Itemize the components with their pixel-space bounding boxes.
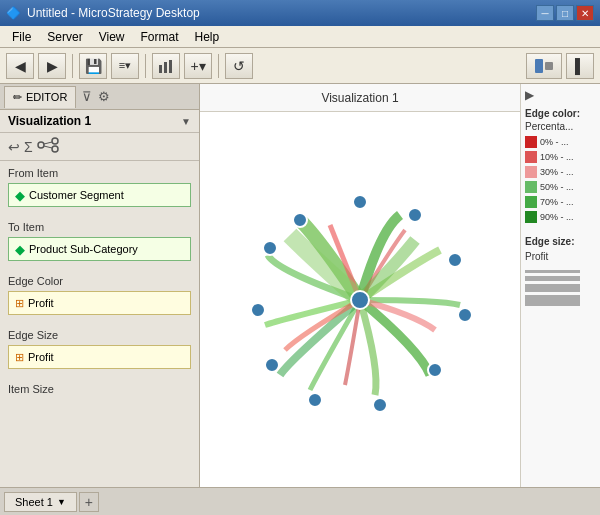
svg-point-18 xyxy=(265,358,279,372)
menu-bar: File Server View Format Help xyxy=(0,26,600,48)
viz-header: Visualization 1 xyxy=(200,84,520,112)
legend-label-0: 0% - ... xyxy=(540,137,569,147)
svg-point-20 xyxy=(263,241,277,255)
legend-item-1: 10% - ... xyxy=(525,151,596,163)
panel-controls: Visualization 1 ▼ xyxy=(0,110,199,133)
to-item-section: To Item ◆ Product Sub-Category xyxy=(0,215,199,269)
metric-icon: ⊞ xyxy=(15,297,24,310)
menu-file[interactable]: File xyxy=(4,28,39,46)
size-bars xyxy=(525,270,596,309)
svg-point-16 xyxy=(373,398,387,412)
svg-rect-1 xyxy=(164,62,167,73)
toolbar-separator-1 xyxy=(72,54,73,78)
network-icon xyxy=(37,137,59,153)
edge-size-label: Edge Size xyxy=(8,329,191,341)
menu-server[interactable]: Server xyxy=(39,28,90,46)
edge-color-field[interactable]: ⊞ Profit xyxy=(8,291,191,315)
refresh-button[interactable]: ↺ xyxy=(225,53,253,79)
minimize-button[interactable]: ─ xyxy=(536,5,554,21)
settings-icon[interactable]: ⚙ xyxy=(98,89,110,104)
svg-point-14 xyxy=(458,308,472,322)
legend-color-5 xyxy=(525,211,537,223)
edge-size-field[interactable]: ⊞ Profit xyxy=(8,345,191,369)
extra-button-2[interactable]: ▌ xyxy=(566,53,594,79)
panel-title: Visualization 1 xyxy=(8,114,91,128)
network-visualization xyxy=(220,160,500,440)
close-button[interactable]: ✕ xyxy=(576,5,594,21)
customer-segment-text: Customer Segment xyxy=(29,189,124,201)
legend-item-5: 90% - ... xyxy=(525,211,596,223)
svg-rect-4 xyxy=(545,62,553,70)
viz-title: Visualization 1 xyxy=(321,91,398,105)
app-icon: 🔷 xyxy=(6,6,21,20)
customer-segment-field[interactable]: ◆ Customer Segment xyxy=(8,183,191,207)
svg-point-19 xyxy=(251,303,265,317)
svg-point-15 xyxy=(428,363,442,377)
edge-size-section: Edge Size ⊞ Profit xyxy=(0,323,199,377)
svg-point-6 xyxy=(52,138,58,144)
legend-item-4: 70% - ... xyxy=(525,196,596,208)
viz-type-button[interactable] xyxy=(37,137,59,156)
metric-icon-2: ⊞ xyxy=(15,351,24,364)
menu-view[interactable]: View xyxy=(91,28,133,46)
legend-color-0 xyxy=(525,136,537,148)
sheet-1-label: Sheet 1 xyxy=(15,496,53,508)
menu-help[interactable]: Help xyxy=(187,28,228,46)
svg-point-12 xyxy=(408,208,422,222)
viz-area: Visualization 1 xyxy=(200,84,520,487)
title-bar-text: Untitled - MicroStrategy Desktop xyxy=(27,6,200,20)
svg-line-9 xyxy=(44,146,52,148)
legend-collapse-button[interactable]: ▶ xyxy=(525,88,596,102)
add-sheet-button[interactable]: + xyxy=(79,492,99,512)
item-size-section: Item Size xyxy=(0,377,199,405)
sheet-1-tab[interactable]: Sheet 1 ▼ xyxy=(4,492,77,512)
editor-tab[interactable]: ✏ EDITOR xyxy=(4,86,76,108)
svg-rect-3 xyxy=(535,59,543,73)
svg-point-13 xyxy=(448,253,462,267)
legend-color-4 xyxy=(525,196,537,208)
legend-color-1 xyxy=(525,151,537,163)
toolbar-separator-2 xyxy=(145,54,146,78)
extra-button-1[interactable] xyxy=(526,53,562,79)
legend-color-3 xyxy=(525,181,537,193)
maximize-button[interactable]: □ xyxy=(556,5,574,21)
edge-size-legend-title: Edge size: xyxy=(525,236,596,247)
legend-label-4: 70% - ... xyxy=(540,197,574,207)
product-subcategory-text: Product Sub-Category xyxy=(29,243,138,255)
add-button[interactable]: +▾ xyxy=(184,53,212,79)
panel-tabs: ✏ EDITOR ⊽ ⚙ xyxy=(0,84,199,110)
save-button[interactable]: 💾 xyxy=(79,53,107,79)
chart-icon xyxy=(158,59,174,73)
legend-label-5: 90% - ... xyxy=(540,212,574,222)
edge-color-section: Edge Color ⊞ Profit xyxy=(0,269,199,323)
back-button[interactable]: ◀ xyxy=(6,53,34,79)
filter-icon[interactable]: ⊽ xyxy=(82,89,92,104)
panel-collapse-button[interactable]: ▼ xyxy=(181,116,191,127)
legend-label-3: 50% - ... xyxy=(540,182,574,192)
edge-color-label: Edge Color xyxy=(8,275,191,287)
svg-point-5 xyxy=(38,142,44,148)
legend-color-2 xyxy=(525,166,537,178)
from-item-label: From Item xyxy=(8,167,191,179)
svg-rect-0 xyxy=(159,65,162,73)
bottom-bar: Sheet 1 ▼ + xyxy=(0,487,600,515)
right-legend-panel: ▶ Edge color: Percenta... 0% - ... 10% -… xyxy=(520,84,600,487)
legend-item-0: 0% - ... xyxy=(525,136,596,148)
data-button[interactable]: ≡▾ xyxy=(111,53,139,79)
legend-label-1: 10% - ... xyxy=(540,152,574,162)
dimension-icon-2: ◆ xyxy=(15,242,25,257)
svg-point-21 xyxy=(351,291,369,309)
sigma-button[interactable]: Σ xyxy=(24,139,33,155)
legend-item-3: 50% - ... xyxy=(525,181,596,193)
from-item-section: From Item ◆ Customer Segment xyxy=(0,161,199,215)
edge-size-legend-subtitle: Profit xyxy=(525,251,596,262)
to-item-label: To Item xyxy=(8,221,191,233)
product-subcategory-field[interactable]: ◆ Product Sub-Category xyxy=(8,237,191,261)
chart-button[interactable] xyxy=(152,53,180,79)
forward-button[interactable]: ▶ xyxy=(38,53,66,79)
editor-tab-label: EDITOR xyxy=(26,91,67,103)
main-content: ✏ EDITOR ⊽ ⚙ Visualization 1 ▼ ↩ Σ xyxy=(0,84,600,487)
menu-format[interactable]: Format xyxy=(132,28,186,46)
undo-button[interactable]: ↩ xyxy=(8,139,20,155)
svg-point-10 xyxy=(293,213,307,227)
